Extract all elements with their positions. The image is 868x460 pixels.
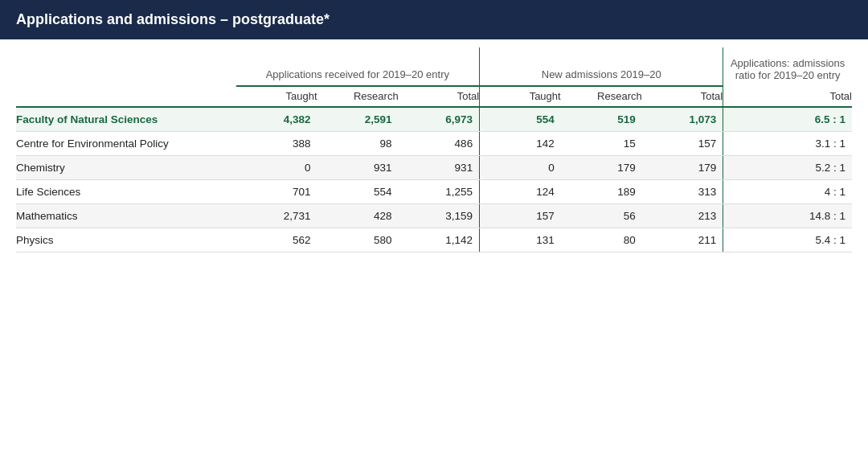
- data-cell: 157: [642, 132, 723, 156]
- header-title: Applications and admissions – postgradua…: [16, 11, 330, 27]
- data-cell: 213: [642, 204, 723, 228]
- data-cell: 4 : 1: [723, 180, 852, 204]
- data-cell: 388: [236, 132, 317, 156]
- data-cell: 98: [317, 132, 399, 156]
- ratio-header: Applications: admissions ratio for 2019–…: [723, 47, 852, 86]
- table-row: Faculty of Natural Sciences4,3822,5916,9…: [16, 107, 852, 132]
- data-cell: 56: [561, 204, 642, 228]
- row-label-cell: Faculty of Natural Sciences: [16, 107, 236, 132]
- data-cell: 428: [317, 204, 399, 228]
- row-label-cell: Mathematics: [16, 204, 236, 228]
- table-row: Mathematics2,7314283,1591575621314.8 : 1: [16, 204, 852, 228]
- data-cell: 142: [480, 132, 561, 156]
- data-cell: 211: [642, 228, 723, 253]
- data-cell: 313: [642, 180, 723, 204]
- table-row: Life Sciences7015541,2551241893134 : 1: [16, 180, 852, 204]
- data-cell: 4,382: [236, 107, 317, 132]
- data-cell: 0: [236, 156, 317, 180]
- data-cell: 14.8 : 1: [723, 204, 852, 228]
- taught1-header: Taught: [236, 86, 317, 107]
- data-cell: 701: [236, 180, 317, 204]
- new-admissions-header: New admissions 2019–20: [480, 47, 723, 86]
- table-row: Physics5625801,142131802115.4 : 1: [16, 228, 852, 253]
- empty-header: [16, 47, 236, 86]
- data-cell: 6.5 : 1: [723, 107, 852, 132]
- data-cell: 124: [480, 180, 561, 204]
- data-cell: 179: [642, 156, 723, 180]
- taught2-header: Taught: [480, 86, 561, 107]
- row-label-cell: Physics: [16, 228, 236, 253]
- data-cell: 931: [399, 156, 480, 180]
- data-cell: 80: [561, 228, 642, 253]
- data-cell: 486: [399, 132, 480, 156]
- research1-header: Research: [317, 86, 399, 107]
- data-table: Applications received for 2019–20 entry …: [16, 47, 852, 253]
- row-label-cell: Centre for Environmental Policy: [16, 132, 236, 156]
- column-group-header-row: Applications received for 2019–20 entry …: [16, 47, 852, 86]
- table-row: Centre for Environmental Policy388984861…: [16, 132, 852, 156]
- column-subheader-row: Taught Research Total Taught Research To…: [16, 86, 852, 107]
- data-cell: 0: [480, 156, 561, 180]
- data-cell: 931: [317, 156, 399, 180]
- page-header: Applications and admissions – postgradua…: [0, 0, 868, 39]
- data-cell: 189: [561, 180, 642, 204]
- data-cell: 2,591: [317, 107, 399, 132]
- data-cell: 157: [480, 204, 561, 228]
- data-cell: 6,973: [399, 107, 480, 132]
- data-cell: 1,255: [399, 180, 480, 204]
- row-label-cell: Chemistry: [16, 156, 236, 180]
- table-body: Faculty of Natural Sciences4,3822,5916,9…: [16, 107, 852, 253]
- data-cell: 2,731: [236, 204, 317, 228]
- research2-header: Research: [561, 86, 642, 107]
- ratio-col-header: Total: [723, 86, 852, 107]
- data-cell: 15: [561, 132, 642, 156]
- data-cell: 179: [561, 156, 642, 180]
- data-cell: 580: [317, 228, 399, 253]
- data-cell: 562: [236, 228, 317, 253]
- row-label-header: [16, 86, 236, 107]
- data-cell: 3.1 : 1: [723, 132, 852, 156]
- data-cell: 1,142: [399, 228, 480, 253]
- data-cell: 1,073: [642, 107, 723, 132]
- row-label-cell: Life Sciences: [16, 180, 236, 204]
- data-cell: 519: [561, 107, 642, 132]
- total2-header: Total: [642, 86, 723, 107]
- data-cell: 554: [317, 180, 399, 204]
- data-cell: 5.2 : 1: [723, 156, 852, 180]
- data-cell: 131: [480, 228, 561, 253]
- data-cell: 3,159: [399, 204, 480, 228]
- data-cell: 554: [480, 107, 561, 132]
- applications-received-header: Applications received for 2019–20 entry: [236, 47, 480, 86]
- data-cell: 5.4 : 1: [723, 228, 852, 253]
- total1-header: Total: [399, 86, 480, 107]
- table-row: Chemistry093193101791795.2 : 1: [16, 156, 852, 180]
- table-container: Applications received for 2019–20 entry …: [0, 39, 868, 269]
